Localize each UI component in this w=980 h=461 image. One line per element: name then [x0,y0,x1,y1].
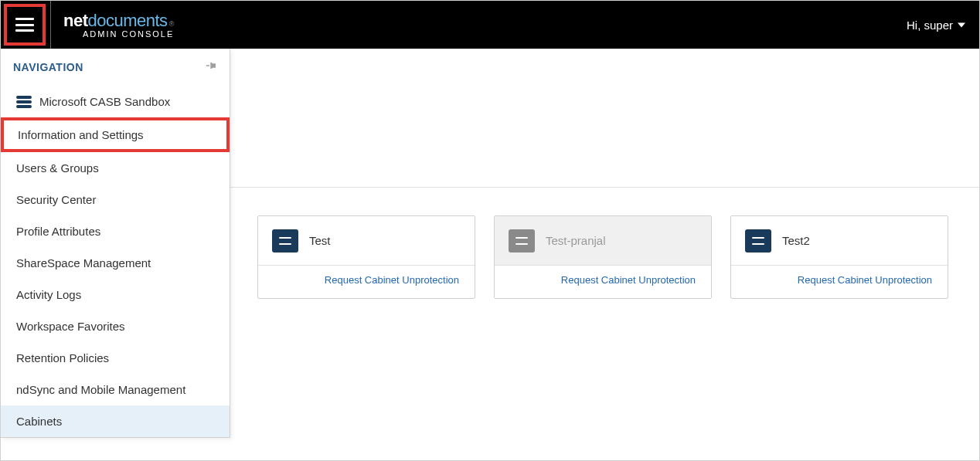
cabinet-card[interactable]: Test2 Request Cabinet Unprotection [730,215,948,299]
sidebar-item-cabinets[interactable]: Cabinets [1,405,230,437]
sidebar-item-workspace-favorites[interactable]: Workspace Favorites [1,310,230,342]
cabinet-card-header: Test [258,216,475,266]
sidebar-item-label: Security Center [16,193,96,206]
sidebar-item-label: Information and Settings [18,128,144,141]
sidebar-item-label: Retention Policies [16,351,109,364]
database-icon [16,96,32,108]
sidebar: NAVIGATION Microsoft CASB Sandbox Inform… [1,49,230,438]
sidebar-item-label: Users & Groups [16,161,99,175]
request-unprotection-link[interactable]: Request Cabinet Unprotection [561,274,696,286]
app-header: netdocuments® ADMIN CONSOLE Hi, super [1,1,979,49]
sidebar-item-profile-attributes[interactable]: Profile Attributes [1,215,230,247]
cabinet-icon [509,229,535,253]
logo-subtitle: ADMIN CONSOLE [63,29,174,39]
cabinet-name: Test [309,234,331,247]
sidebar-item-label: Profile Attributes [16,225,100,238]
request-unprotection-link[interactable]: Request Cabinet Unprotection [325,274,459,286]
logo-registered: ® [169,20,175,28]
sidebar-list: Microsoft CASB Sandbox Information and S… [1,86,230,437]
pin-icon[interactable] [205,59,217,75]
sidebar-header: NAVIGATION [1,49,230,86]
sidebar-item-retention-policies[interactable]: Retention Policies [1,342,230,374]
sidebar-item-activity-logs[interactable]: Activity Logs [1,279,230,310]
user-greeting: Hi, super [907,19,953,32]
cabinet-card[interactable]: Test-pranjal Request Cabinet Unprotectio… [494,215,712,299]
sidebar-item-ndsync-mobile[interactable]: ndSync and Mobile Management [1,374,230,405]
sidebar-title: NAVIGATION [13,61,83,73]
request-unprotection-link[interactable]: Request Cabinet Unprotection [798,274,932,286]
sidebar-item-users-groups[interactable]: Users & Groups [1,152,230,184]
sidebar-item-information-settings[interactable]: Information and Settings [1,117,230,152]
logo-text-net: net [63,11,88,31]
hamburger-icon [15,18,34,32]
cabinet-card-header: Test-pranjal [495,216,711,266]
cabinet-card[interactable]: Test Request Cabinet Unprotection [257,215,475,299]
divider [50,1,51,49]
menu-button[interactable] [4,4,46,46]
cabinet-card-header: Test2 [731,216,948,266]
user-menu[interactable]: Hi, super [907,19,965,32]
sidebar-item-repository[interactable]: Microsoft CASB Sandbox [1,86,230,117]
sidebar-item-security-center[interactable]: Security Center [1,184,230,215]
cabinet-name: Test2 [782,234,810,247]
logo-text-documents: documents [88,11,168,31]
sidebar-item-label: Workspace Favorites [16,320,125,333]
chevron-down-icon [958,22,965,27]
cabinet-icon [272,229,298,253]
sidebar-item-label: ShareSpace Management [16,256,151,269]
cabinet-cards: Test Request Cabinet Unprotection Test-p… [257,215,961,299]
cabinet-name: Test-pranjal [546,234,606,247]
sidebar-item-label: Activity Logs [16,288,81,301]
sidebar-item-label: Microsoft CASB Sandbox [39,95,170,108]
sidebar-item-label: ndSync and Mobile Management [16,383,185,396]
cabinet-icon [745,229,771,253]
sidebar-item-sharespace[interactable]: ShareSpace Management [1,247,230,279]
sidebar-item-label: Cabinets [16,415,62,428]
brand-logo: netdocuments® ADMIN CONSOLE [63,11,174,39]
